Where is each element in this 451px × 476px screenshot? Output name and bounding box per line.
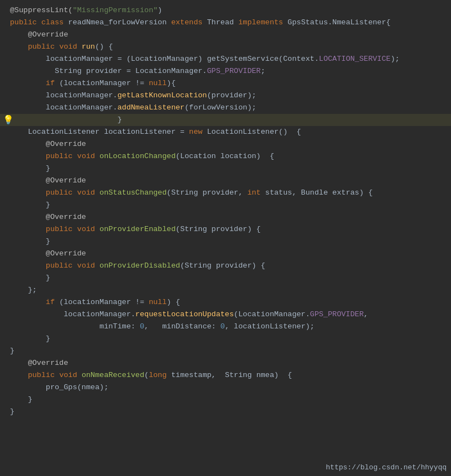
line-content: @Override xyxy=(0,357,68,369)
token: timestamp, String xyxy=(171,371,256,379)
line-content: @Override xyxy=(0,29,68,41)
token: public xyxy=(28,43,59,51)
line-content: } xyxy=(0,394,33,406)
token: 0 xyxy=(221,322,225,331)
token: public xyxy=(46,152,77,160)
code-line: @Override xyxy=(0,211,451,223)
line-content: if (locationManager != null){ xyxy=(0,77,176,90)
code-line: locationManager.requestLocationUpdates(L… xyxy=(0,308,451,321)
token: } xyxy=(10,116,122,124)
token: locationManager. xyxy=(10,91,117,100)
token: class xyxy=(41,18,69,27)
watermark: https://blog.csdn.net/hhyyqq xyxy=(326,463,447,472)
token: void xyxy=(77,261,100,270)
code-line: }💡 xyxy=(0,114,451,126)
token: getLastKnownLocation xyxy=(117,91,207,100)
line-content: public void onStatusChanged(String provi… xyxy=(0,187,373,199)
token: public xyxy=(10,18,41,27)
token: GPS_PROVIDER xyxy=(207,67,260,75)
code-line: LocationListener locationListener = new … xyxy=(0,126,451,138)
token: status, Bundle extras) { xyxy=(265,189,373,197)
token: } xyxy=(10,237,50,245)
fold-gutter xyxy=(0,260,2,272)
token: public xyxy=(46,225,77,233)
token: = ( xyxy=(113,55,130,63)
token: } xyxy=(10,347,14,355)
token: null xyxy=(149,79,166,87)
fold-gutter xyxy=(0,90,2,102)
token: , minDistance: xyxy=(144,322,221,331)
code-line: @Override xyxy=(0,175,451,187)
token: onProviderEnabled xyxy=(99,225,176,233)
token: ) { xyxy=(274,371,292,379)
lightbulb-icon: 💡 xyxy=(3,114,14,127)
code-line: if (locationManager != null) { xyxy=(0,296,451,308)
token: extends xyxy=(171,18,207,27)
token: } xyxy=(10,201,50,209)
token: long xyxy=(149,371,171,379)
token: if xyxy=(46,298,59,306)
fold-gutter xyxy=(0,4,2,17)
token: locationManager. xyxy=(10,103,117,112)
token: public xyxy=(46,261,77,270)
code-line: public void onStatusChanged(String provi… xyxy=(0,187,451,199)
code-line: locationManager.addNmeaListener(forLowVe… xyxy=(0,102,451,114)
line-content: }; xyxy=(0,284,37,296)
token: { xyxy=(386,18,391,27)
token: @Override xyxy=(10,213,86,221)
token: @Override xyxy=(10,176,86,185)
token: pro_Gps(nmea); xyxy=(10,383,108,391)
code-line: } xyxy=(0,199,451,211)
code-line: } xyxy=(0,333,451,345)
line-content: } xyxy=(0,199,50,211)
token: () { xyxy=(95,43,113,51)
line-content: @Override xyxy=(0,211,86,223)
code-line: @Override xyxy=(0,248,451,260)
code-line: public void run() { xyxy=(0,41,451,53)
fold-gutter xyxy=(0,369,2,381)
code-line: @Override xyxy=(0,357,451,369)
line-content: } xyxy=(0,236,50,248)
token: } xyxy=(10,395,33,404)
token: ( xyxy=(144,371,149,379)
token xyxy=(10,152,46,160)
code-line: @Override xyxy=(0,29,451,41)
line-content: } xyxy=(0,333,50,345)
line-content: } xyxy=(0,163,50,175)
fold-gutter xyxy=(0,321,2,333)
token: } xyxy=(10,407,14,416)
token: } xyxy=(10,274,50,282)
fold-gutter xyxy=(0,175,2,187)
token xyxy=(10,128,28,136)
line-content: @Override xyxy=(0,248,86,260)
token: "MissingPermission" xyxy=(72,6,158,14)
line-content: locationManager.addNmeaListener(forLowVe… xyxy=(0,102,256,114)
token: onLocationChanged xyxy=(99,152,176,160)
fold-gutter xyxy=(0,199,2,211)
code-line: locationManager = (LocationManager) getS… xyxy=(0,53,451,65)
token: GpsStatus.NmeaListener xyxy=(287,18,386,27)
code-line: pro_Gps(nmea); xyxy=(0,381,451,394)
fold-gutter xyxy=(0,223,2,236)
fold-gutter xyxy=(0,394,2,406)
line-content: public void onLocationChanged(Location l… xyxy=(0,150,274,163)
token: void xyxy=(77,152,100,160)
line-content: @SuppressLint("MissingPermission") xyxy=(0,4,162,17)
code-line: public void onProviderEnabled(String pro… xyxy=(0,223,451,236)
token: , locationListener); xyxy=(225,322,314,331)
token: LocationListener xyxy=(207,128,279,136)
token xyxy=(10,225,46,233)
fold-gutter xyxy=(0,345,2,357)
code-line: public void onNmeaReceived(long timestam… xyxy=(0,369,451,381)
token: @SuppressLint( xyxy=(10,6,72,14)
token: ); xyxy=(391,55,400,63)
token: (LocationManager. xyxy=(234,310,310,318)
code-line: @SuppressLint("MissingPermission") xyxy=(0,4,451,17)
token: public xyxy=(28,371,59,379)
code-line: if (locationManager != null){ xyxy=(0,77,451,90)
line-content: public void onNmeaReceived(long timestam… xyxy=(0,369,292,381)
token: ){ xyxy=(167,79,176,87)
line-content: locationManager = (LocationManager) getS… xyxy=(0,53,400,65)
fold-gutter xyxy=(0,296,2,308)
token: } xyxy=(10,164,50,172)
